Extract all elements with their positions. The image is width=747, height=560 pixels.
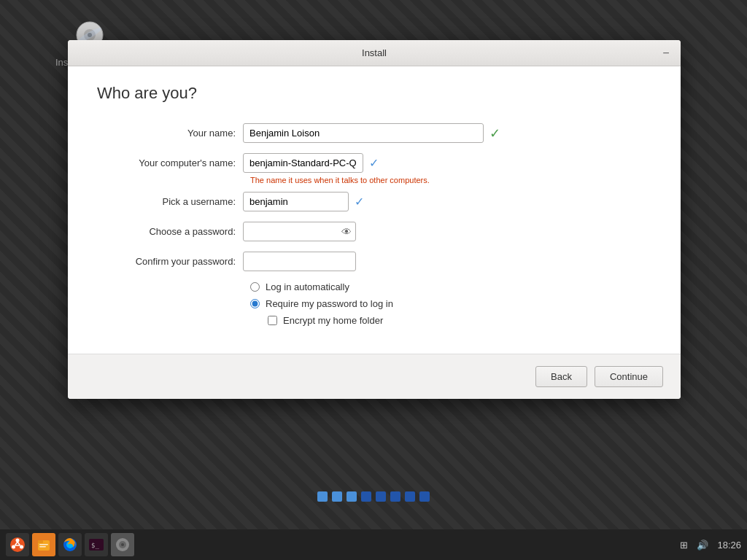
- network-icon[interactable]: ⊞: [680, 540, 688, 551]
- username-row: Pick a username: ✓: [97, 192, 651, 211]
- clock[interactable]: 18:26: [717, 540, 741, 551]
- username-label: Pick a username:: [97, 196, 243, 207]
- install-dialog: Install − Who are you? Your name: ✓ Your…: [68, 40, 681, 399]
- show-password-icon[interactable]: 👁: [341, 226, 352, 238]
- ubuntu-button[interactable]: [6, 533, 29, 556]
- progress-dot-1: [317, 491, 328, 502]
- your-name-label: Your name:: [97, 128, 243, 139]
- close-button[interactable]: −: [659, 46, 673, 61]
- login-automatically-option: Log in automatically: [250, 281, 651, 292]
- require-password-label[interactable]: Require my password to log in: [266, 298, 393, 309]
- password-label: Choose a password:: [97, 226, 243, 237]
- progress-dot-2: [332, 491, 342, 502]
- back-button[interactable]: Back: [535, 366, 587, 387]
- username-valid-icon: ✓: [355, 195, 364, 209]
- progress-dot-8: [419, 491, 430, 502]
- svg-rect-14: [39, 546, 46, 548]
- dialog-footer: Back Continue: [68, 354, 681, 399]
- your-name-valid-icon: ✓: [489, 125, 500, 141]
- username-input[interactable]: [243, 192, 349, 211]
- progress-dot-3: [347, 491, 357, 502]
- encrypt-home-checkbox[interactable]: [268, 316, 277, 325]
- progress-dot-4: [361, 491, 371, 502]
- progress-dot-7: [405, 491, 415, 502]
- volume-icon[interactable]: 🔊: [697, 540, 708, 551]
- confirm-password-label: Confirm your password:: [97, 256, 243, 267]
- encrypt-home-label[interactable]: Encrypt my home folder: [283, 315, 383, 326]
- login-automatically-radio[interactable]: [250, 282, 260, 292]
- svg-text:$_: $_: [91, 542, 99, 549]
- svg-rect-12: [38, 540, 43, 543]
- titlebar: Install −: [68, 40, 681, 66]
- confirm-password-input[interactable]: [243, 252, 356, 271]
- computer-name-row: Your computer's name: ✓: [97, 153, 651, 173]
- password-input[interactable]: [243, 222, 356, 241]
- files-button[interactable]: [32, 533, 55, 556]
- taskbar-status: ⊞ 🔊 18:26: [680, 540, 741, 551]
- progress-dots: [317, 491, 430, 502]
- window-title: Install: [362, 47, 387, 58]
- svg-point-21: [121, 543, 124, 546]
- terminal-button[interactable]: $_: [85, 533, 108, 556]
- progress-dot-5: [376, 491, 386, 502]
- encrypt-home-option: Encrypt my home folder: [268, 315, 651, 326]
- firefox-button[interactable]: [58, 533, 82, 556]
- svg-point-7: [12, 545, 15, 549]
- svg-point-6: [20, 545, 23, 549]
- require-password-option: Require my password to log in: [250, 298, 651, 309]
- confirm-password-row: Confirm your password:: [97, 252, 651, 271]
- dialog-content: Who are you? Your name: ✓ Your computer'…: [68, 66, 681, 354]
- cd-app-button[interactable]: [111, 533, 134, 556]
- computer-name-valid-icon: ✓: [369, 156, 379, 170]
- svg-point-5: [16, 539, 20, 542]
- computer-name-label: Your computer's name:: [97, 158, 243, 168]
- continue-button[interactable]: Continue: [595, 366, 663, 387]
- computer-name-input[interactable]: [243, 153, 363, 173]
- progress-dot-6: [390, 491, 400, 502]
- computer-name-hint: The name it uses when it talks to other …: [250, 176, 651, 184]
- your-name-input[interactable]: [243, 123, 484, 143]
- svg-rect-13: [39, 544, 48, 545]
- taskbar-apps: $_: [6, 533, 134, 556]
- login-options: Log in automatically Require my password…: [250, 281, 651, 326]
- require-password-radio[interactable]: [250, 299, 260, 308]
- taskbar: $_ ⊞ 🔊 18:26: [0, 529, 747, 560]
- password-row: Choose a password: 👁: [97, 222, 651, 241]
- page-title: Who are you?: [97, 84, 651, 103]
- login-automatically-label[interactable]: Log in automatically: [266, 281, 349, 292]
- password-wrapper: 👁: [243, 222, 356, 241]
- your-name-row: Your name: ✓: [97, 123, 651, 143]
